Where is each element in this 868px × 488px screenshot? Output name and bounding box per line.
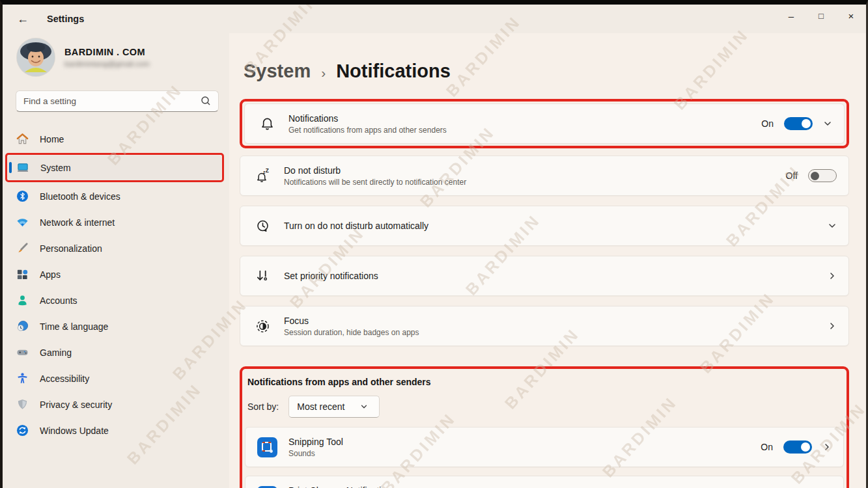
row-title: Snipping Tool — [288, 437, 343, 447]
sidebar-item-personalization[interactable]: Personalization — [7, 236, 221, 260]
row-focus[interactable]: Focus Session duration, hide badges on a… — [240, 306, 849, 346]
windows-update-icon — [16, 424, 29, 437]
sidebar-item-label: Privacy & security — [40, 400, 112, 410]
personalization-icon — [16, 242, 29, 254]
snipping-tool-toggle[interactable] — [783, 441, 812, 454]
row-priority-notifications[interactable]: Set priority notifications — [240, 256, 849, 296]
sidebar-item-home[interactable]: Home — [7, 127, 221, 151]
sidebar-item-label: Network & internet — [40, 217, 115, 228]
search-icon — [201, 96, 211, 109]
main-content: System › Notifications Notifications Get… — [229, 33, 866, 488]
sidebar-item-bluetooth[interactable]: Bluetooth & devices — [7, 184, 221, 208]
row-dnd-automatic[interactable]: Turn on do not disturb automatically — [240, 206, 849, 246]
row-title: Print Cleanup Notification — [288, 485, 391, 488]
close-button[interactable]: × — [836, 5, 866, 27]
minimize-button[interactable]: – — [776, 5, 806, 27]
window-controls: – □ × — [776, 5, 866, 27]
network-icon — [16, 216, 29, 228]
sidebar: BARDIMIN . COM bardimintang@gmail.com Ho… — [3, 33, 229, 488]
row-title: Set priority notifications — [284, 271, 378, 281]
time-language-icon — [16, 320, 29, 332]
sidebar-item-time-language[interactable]: Time & language — [7, 314, 221, 338]
system-icon — [17, 161, 29, 174]
snipping-tool-icon — [257, 437, 277, 457]
sidebar-item-label: Apps — [40, 269, 61, 280]
sidebar-item-gaming[interactable]: Gaming — [7, 340, 221, 364]
bluetooth-icon — [16, 190, 29, 202]
row-title: Notifications — [288, 113, 447, 124]
row-subtitle: Notifications will be sent directly to n… — [284, 178, 466, 187]
chevron-right-icon[interactable] — [828, 321, 837, 331]
bell-icon — [259, 116, 275, 132]
back-button[interactable]: ← — [12, 9, 34, 29]
print-cleanup-icon — [257, 486, 277, 488]
home-icon — [16, 133, 29, 145]
annotation-box-apps-section: Notifications from apps and other sender… — [240, 366, 849, 488]
sidebar-item-label: Bluetooth & devices — [40, 191, 120, 202]
breadcrumb-parent[interactable]: System — [244, 61, 311, 82]
apps-section-title: Notifications from apps and other sender… — [247, 377, 844, 387]
toggle-knob — [802, 119, 811, 128]
row-title: Do not disturb — [284, 165, 466, 176]
chevron-right-icon[interactable] — [828, 271, 837, 280]
row-subtitle: Session duration, hide badges on apps — [284, 328, 419, 337]
row-subtitle: Get notifications from apps and other se… — [288, 126, 447, 135]
sidebar-item-label: Home — [40, 134, 64, 144]
sidebar-item-system[interactable]: System — [8, 156, 221, 180]
maximize-button[interactable]: □ — [806, 5, 836, 27]
window-title: Settings — [47, 14, 84, 24]
gaming-icon — [16, 346, 29, 359]
row-do-not-disturb: zZ Do not disturb Notifications will be … — [240, 156, 849, 196]
sort-by-label: Sort by: — [247, 401, 279, 412]
toggle-state-label: Off — [786, 170, 798, 181]
sidebar-item-network[interactable]: Network & internet — [7, 210, 221, 234]
sidebar-item-label: System — [40, 163, 71, 173]
sidebar-nav: Home System Bluetooth & devic — [3, 124, 229, 488]
sidebar-item-label: Accounts — [40, 295, 77, 306]
svg-text:Z: Z — [265, 168, 268, 174]
search-box — [16, 90, 219, 112]
chevron-right-icon[interactable] — [822, 442, 832, 452]
maximize-icon: □ — [819, 11, 824, 21]
avatar — [17, 38, 55, 76]
sort-row: Sort by: Most recent — [247, 396, 844, 418]
notifications-toggle[interactable] — [784, 117, 813, 130]
breadcrumb: System › Notifications — [244, 61, 849, 82]
accessibility-icon — [16, 372, 29, 385]
chevron-down-icon[interactable] — [828, 221, 837, 230]
user-profile[interactable]: BARDIMIN . COM bardimintang@gmail.com — [17, 38, 219, 76]
sidebar-item-label: Windows Update — [40, 426, 109, 436]
sidebar-item-accessibility[interactable]: Accessibility — [7, 366, 221, 390]
sidebar-item-windows-update[interactable]: Windows Update — [7, 418, 221, 442]
selected-indicator — [9, 162, 12, 173]
annotation-box-system: System — [5, 153, 224, 182]
row-subtitle: Sounds — [288, 449, 343, 458]
toggle-knob — [811, 172, 819, 180]
breadcrumb-separator-icon: › — [321, 62, 326, 81]
row-title: Turn on do not disturb automatically — [284, 221, 428, 231]
annotation-box-notifications: Notifications Get notifications from app… — [240, 99, 849, 148]
sidebar-item-label: Accessibility — [40, 373, 89, 384]
sidebar-item-label: Time & language — [40, 321, 108, 332]
sidebar-item-accounts[interactable]: Accounts — [7, 288, 221, 312]
user-name: BARDIMIN . COM — [64, 47, 150, 57]
row-snipping-tool[interactable]: Snipping Tool Sounds On — [245, 427, 844, 467]
clock-history-icon — [254, 218, 271, 234]
sort-dropdown[interactable]: Most recent — [288, 396, 380, 418]
minimize-icon: – — [789, 10, 794, 21]
sidebar-item-apps[interactable]: Apps — [7, 262, 221, 286]
toggle-knob — [801, 442, 810, 452]
search-input[interactable] — [16, 90, 219, 112]
do-not-disturb-toggle[interactable] — [808, 169, 837, 182]
focus-icon — [254, 318, 271, 334]
row-title: Focus — [284, 316, 419, 326]
row-print-cleanup[interactable]: Print Cleanup Notification Banners, Soun… — [245, 476, 844, 488]
close-icon: × — [848, 10, 854, 21]
user-email-blurred: bardimintang@gmail.com — [64, 60, 150, 68]
sidebar-item-privacy[interactable]: Privacy & security — [7, 392, 221, 416]
settings-window: ← Settings – □ × — [0, 0, 868, 488]
privacy-shield-icon — [16, 398, 29, 411]
chevron-down-icon[interactable] — [823, 119, 832, 128]
sidebar-item-label: Gaming — [40, 347, 72, 358]
accounts-icon — [16, 294, 29, 306]
